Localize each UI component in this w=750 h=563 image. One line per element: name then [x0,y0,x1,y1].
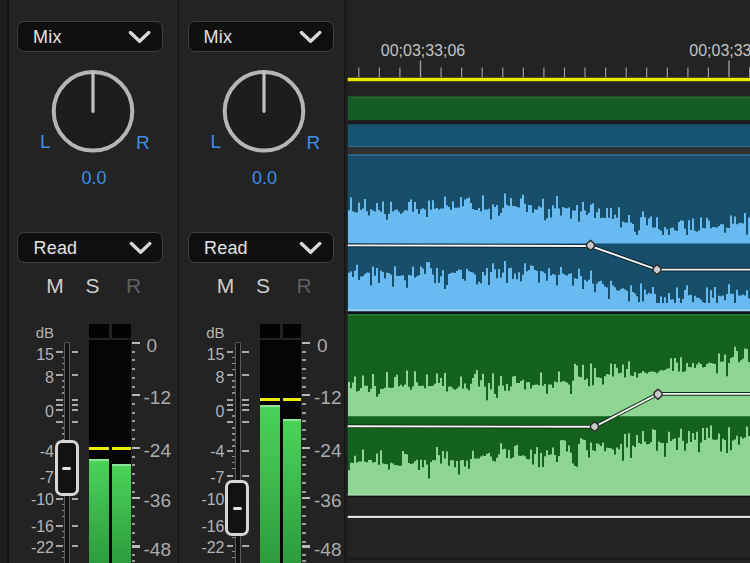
svg-text:00;03;33;21: 00;03;33;21 [689,42,750,59]
svg-text:00;03;33;06: 00;03;33;06 [381,42,466,59]
